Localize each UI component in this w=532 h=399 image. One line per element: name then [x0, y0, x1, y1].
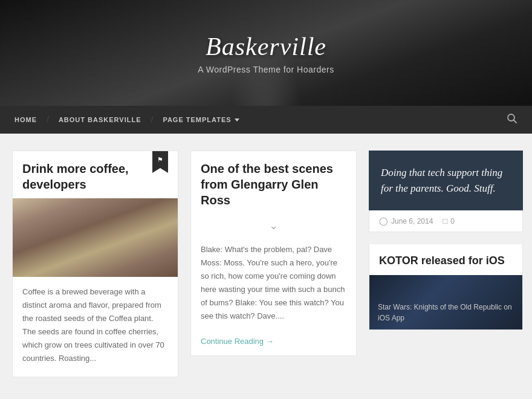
sidebar-meta: ◯ June 6, 2014 □ 0 — [369, 210, 523, 232]
nav-separator-2: / — [149, 115, 154, 125]
main-content: Drink more coffee, developers ⚑ Coffee i… — [0, 134, 532, 399]
card-glengarry: One of the best scenes from Glengarry Gl… — [190, 151, 357, 356]
nav-separator-1: / — [45, 115, 50, 125]
sidebar-quote-text: Doing that tech support thing for the pa… — [381, 165, 511, 196]
sidebar-article-image: Star Wars: Knights of the Old Republic o… — [369, 275, 522, 329]
card-coffee-body: Coffee is a brewed beverage with a disti… — [13, 277, 178, 377]
meta-comments-count: 0 — [450, 217, 455, 225]
svg-line-1 — [514, 120, 517, 123]
site-tagline: A WordPress Theme for Hoarders — [198, 65, 334, 74]
card-glengarry-header: One of the best scenes from Glengarry Gl… — [191, 151, 356, 214]
meta-date: ◯ June 6, 2014 — [379, 216, 433, 225]
continue-reading-link[interactable]: Continue Reading → — [191, 334, 356, 355]
card-quote-indicator: ⌄ — [191, 214, 356, 235]
card-coffee-image — [13, 198, 178, 277]
nav-item-page-templates[interactable]: PAGE TEMPLATES — [154, 116, 247, 123]
meta-date-text: June 6, 2014 — [391, 217, 433, 225]
site-title-wrapper: Baskerville A WordPress Theme for Hoarde… — [198, 32, 334, 74]
card-glengarry-title: One of the best scenes from Glengarry Gl… — [201, 161, 346, 208]
comment-icon: □ — [443, 216, 447, 225]
sidebar-quote-card: Doing that tech support thing for the pa… — [369, 151, 523, 210]
card-coffee-title: Drink more coffee, developers — [22, 161, 168, 192]
site-header: Baskerville A WordPress Theme for Hoarde… — [0, 0, 532, 106]
card-coffee-text: Coffee is a brewed beverage with a disti… — [22, 285, 168, 366]
nav-item-about[interactable]: ABOUT BASKERVILLE — [50, 116, 150, 123]
site-title: Baskerville — [198, 32, 334, 61]
card-glengarry-body: Blake: What's the problem, pal? Dave Mos… — [191, 235, 356, 334]
chevron-down-icon: ⌄ — [269, 219, 278, 232]
sidebar-article-caption: Star Wars: Knights of the Old Republic o… — [378, 302, 514, 323]
card-coffee: Drink more coffee, developers ⚑ Coffee i… — [12, 151, 178, 377]
sidebar-article-image-inner: Star Wars: Knights of the Old Republic o… — [369, 275, 522, 329]
search-icon — [507, 113, 517, 124]
card-image-hands-bg — [13, 198, 178, 277]
bookmark-icon: ⚑ — [152, 151, 168, 173]
search-button[interactable] — [507, 113, 517, 127]
card-coffee-header: Drink more coffee, developers ⚑ — [13, 151, 178, 198]
svg-text:⚑: ⚑ — [157, 156, 163, 163]
dropdown-arrow-icon — [235, 118, 239, 122]
sidebar-article-title: KOTOR released for iOS — [369, 244, 522, 275]
clock-icon: ◯ — [379, 216, 388, 225]
meta-comments: □ 0 — [443, 216, 455, 225]
sidebar: Doing that tech support thing for the pa… — [369, 151, 523, 330]
site-navigation: HOME / ABOUT BASKERVILLE / PAGE TEMPLATE… — [0, 106, 532, 134]
sidebar-article-kotor: KOTOR released for iOS Star Wars: Knight… — [369, 244, 523, 330]
card-glengarry-text: Blake: What's the problem, pal? Dave Mos… — [201, 243, 346, 323]
nav-item-home[interactable]: HOME — [15, 116, 45, 123]
nav-items: HOME / ABOUT BASKERVILLE / PAGE TEMPLATE… — [15, 115, 507, 125]
